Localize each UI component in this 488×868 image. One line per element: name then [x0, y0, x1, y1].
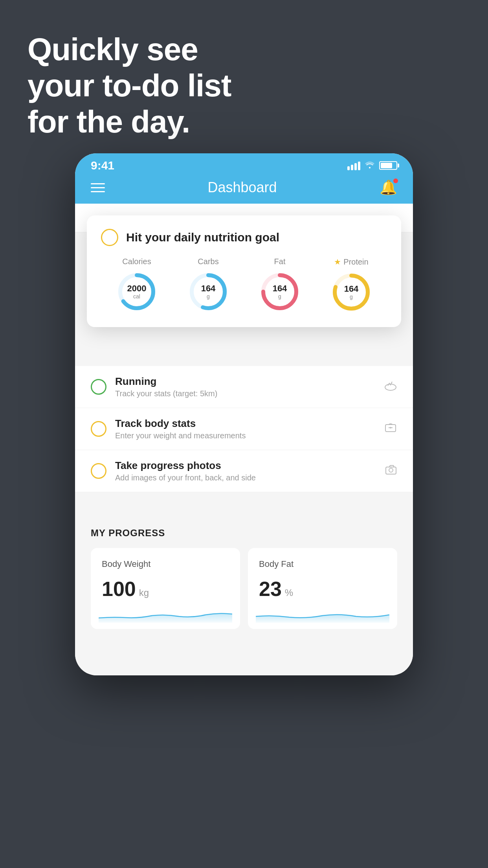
- fat-donut: 164 g: [258, 270, 301, 313]
- todo-title-photos: Take progress photos: [115, 460, 376, 472]
- protein-stat: ★ Protein 164 g: [330, 257, 373, 314]
- running-icon: [384, 380, 397, 394]
- todo-subtitle-photos: Add images of your front, back, and side: [115, 473, 376, 482]
- progress-cards: Body Weight 100 kg: [91, 548, 397, 629]
- signal-icon: [347, 161, 360, 170]
- todo-circle-running: [91, 379, 106, 395]
- calories-stat: Calories 2000 cal: [115, 257, 158, 313]
- nutrition-stats: Calories 2000 cal: [101, 257, 387, 314]
- wifi-icon: [364, 160, 375, 171]
- body-weight-card-title: Body Weight: [102, 559, 229, 569]
- body-fat-unit: %: [285, 587, 293, 598]
- body-fat-number: 23: [259, 577, 282, 601]
- todo-text-running: Running Track your stats (target: 5km): [115, 375, 375, 398]
- protein-label: ★ Protein: [334, 257, 368, 267]
- status-icons: [347, 160, 397, 171]
- photo-icon: [385, 464, 397, 478]
- todo-item-running[interactable]: Running Track your stats (target: 5km): [75, 366, 413, 408]
- nutrition-card-title: Hit your daily nutrition goal: [126, 231, 279, 244]
- app-header: Dashboard 🔔: [75, 175, 413, 204]
- fat-stat: Fat 164 g: [258, 257, 301, 313]
- body-weight-unit: kg: [139, 587, 149, 598]
- hero-headline: Quickly see your to-do list for the day.: [28, 31, 231, 140]
- header-title: Dashboard: [207, 179, 277, 196]
- nutrition-card[interactable]: Hit your daily nutrition goal Calories: [87, 215, 401, 327]
- battery-icon: [379, 161, 397, 170]
- todo-title-running: Running: [115, 375, 375, 388]
- phone-frame: 9:41: [75, 153, 413, 675]
- todo-item-track-body[interactable]: Track body stats Enter your weight and m…: [75, 408, 413, 450]
- todo-subtitle-track-body: Enter your weight and measurements: [115, 431, 375, 440]
- body-weight-card[interactable]: Body Weight 100 kg: [91, 548, 240, 629]
- svg-point-13: [389, 468, 393, 472]
- notification-dot: [393, 178, 398, 183]
- todo-item-photos[interactable]: Take progress photos Add images of your …: [75, 450, 413, 492]
- status-time: 9:41: [91, 159, 114, 172]
- notification-bell[interactable]: 🔔: [380, 179, 397, 196]
- progress-section-title: MY PROGRESS: [91, 528, 397, 539]
- todo-circle-track-body: [91, 421, 106, 437]
- protein-donut: 164 g: [330, 270, 373, 314]
- phone-mockup: 9:41: [67, 153, 421, 822]
- calories-label: Calories: [122, 257, 151, 266]
- body-fat-value: 23 %: [259, 577, 386, 601]
- scale-icon: [384, 422, 397, 436]
- body-fat-card[interactable]: Body Fat 23 %: [248, 548, 397, 629]
- card-row-top: Hit your daily nutrition goal: [101, 229, 387, 246]
- fat-label: Fat: [274, 257, 286, 266]
- hamburger-menu[interactable]: [91, 183, 105, 192]
- todo-text-photos: Take progress photos Add images of your …: [115, 460, 376, 482]
- body-weight-value: 100 kg: [102, 577, 229, 601]
- todo-text-track-body: Track body stats Enter your weight and m…: [115, 417, 375, 440]
- status-bar: 9:41: [75, 153, 413, 175]
- body-fat-chart: [256, 607, 389, 623]
- todo-subtitle-running: Track your stats (target: 5km): [115, 389, 375, 398]
- body-fat-card-title: Body Fat: [259, 559, 386, 569]
- carbs-donut: 164 g: [187, 270, 230, 313]
- calories-donut: 2000 cal: [115, 270, 158, 313]
- progress-section: MY PROGRESS Body Weight 100 kg: [75, 512, 413, 645]
- todo-list: Running Track your stats (target: 5km): [75, 366, 413, 492]
- carbs-label: Carbs: [198, 257, 218, 266]
- todo-title-track-body: Track body stats: [115, 417, 375, 430]
- carbs-stat: Carbs 164 g: [187, 257, 230, 313]
- star-icon: ★: [334, 257, 341, 267]
- todo-circle-photos: [91, 463, 106, 479]
- app-content: THINGS TO DO TODAY Hit your daily nutrit…: [75, 204, 413, 675]
- nutrition-checkbox[interactable]: [101, 229, 118, 246]
- body-weight-chart: [99, 607, 232, 623]
- body-weight-number: 100: [102, 577, 136, 601]
